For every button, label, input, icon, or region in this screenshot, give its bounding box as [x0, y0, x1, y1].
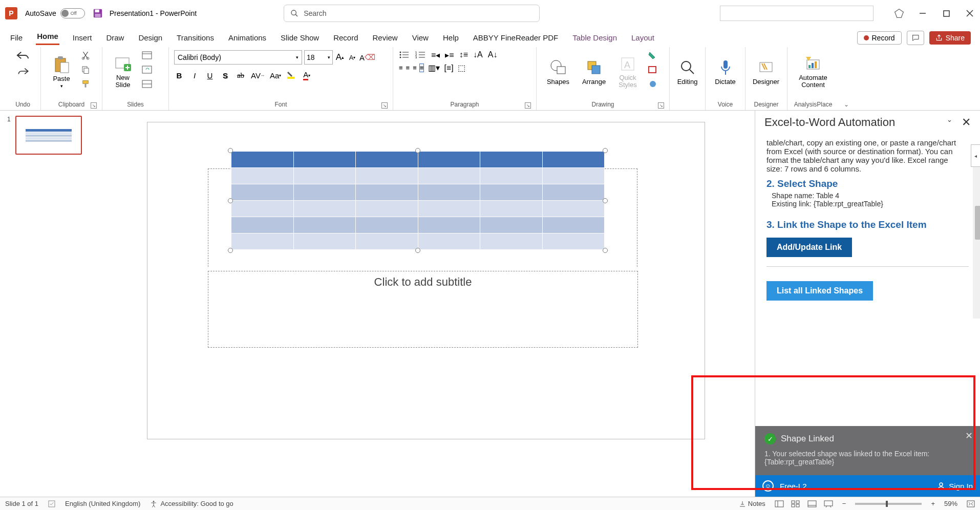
pane-menu-button[interactable]: ⌄ [947, 116, 952, 129]
search-input[interactable]: Search [284, 5, 540, 22]
align-justify-button[interactable]: ≡ [419, 63, 424, 72]
diamond-icon[interactable] [894, 8, 904, 18]
tab-record[interactable]: Record [332, 30, 359, 45]
drawing-dialog-launcher[interactable]: ↘ [658, 102, 664, 109]
smartart-button[interactable]: ⬚ [458, 63, 465, 73]
shape-fill-button[interactable] [647, 50, 658, 60]
layout-button[interactable] [141, 50, 153, 60]
pane-close-button[interactable]: ✕ [962, 116, 971, 129]
pane-scrollbar-track[interactable] [973, 165, 980, 318]
fit-to-window-button[interactable] [967, 500, 975, 507]
slide-canvas[interactable]: Click to add subtitle [147, 122, 705, 439]
designer-button[interactable]: Designer [751, 50, 781, 93]
char-spacing-button[interactable]: AV↔ [251, 70, 265, 81]
tab-transitions[interactable]: Transitions [176, 30, 215, 45]
shapes-button[interactable]: Shapes [542, 50, 574, 93]
paste-button[interactable]: Paste▾ [46, 50, 77, 93]
pane-scrollbar-thumb[interactable] [975, 206, 980, 240]
record-button[interactable]: Record [857, 31, 902, 45]
clipboard-dialog-launcher[interactable]: ↘ [91, 102, 97, 109]
bullets-button[interactable] [398, 50, 410, 60]
format-painter-button[interactable] [80, 79, 91, 89]
font-color-button[interactable]: A▾ [302, 70, 312, 81]
tab-slideshow[interactable]: Slide Show [280, 30, 320, 45]
sign-in-button[interactable]: Sign In [936, 481, 973, 491]
resize-handle[interactable] [228, 248, 233, 253]
add-update-link-button[interactable]: Add/Update Link [766, 238, 852, 257]
align-left-button[interactable]: ≡ [398, 63, 403, 72]
bold-button[interactable]: B [174, 70, 184, 81]
arrange-button[interactable]: Arrange [578, 50, 610, 93]
indent-dec-button[interactable]: ≡◂ [431, 50, 440, 60]
new-slide-button[interactable]: New Slide [108, 50, 138, 93]
resize-handle[interactable] [415, 248, 420, 253]
language-label[interactable]: English (United Kingdom) [65, 500, 140, 507]
increase-font-button[interactable]: A▴ [335, 52, 345, 63]
shape-outline-button[interactable] [647, 65, 658, 75]
tab-design[interactable]: Design [137, 30, 163, 45]
zoom-out-button[interactable]: − [842, 500, 846, 507]
numbering-button[interactable]: 123 [415, 50, 426, 60]
decrease-font-button[interactable]: A▾ [347, 52, 357, 63]
font-size-select[interactable]: 18▾ [304, 50, 333, 65]
account-area[interactable] [720, 6, 874, 21]
resize-handle[interactable] [228, 198, 233, 203]
zoom-slider[interactable] [855, 503, 922, 505]
sort-button[interactable]: A↓ [488, 50, 498, 60]
tab-home[interactable]: Home [36, 29, 59, 45]
indent-inc-button[interactable]: ▸≡ [445, 50, 454, 60]
tab-insert[interactable]: Insert [72, 30, 93, 45]
notes-button[interactable]: Notes [739, 500, 765, 507]
undo-button[interactable] [15, 50, 31, 60]
underline-button[interactable]: U [205, 70, 215, 81]
tab-view[interactable]: View [411, 30, 430, 45]
reading-view-button[interactable] [807, 500, 817, 507]
copy-button[interactable] [80, 65, 91, 75]
change-case-button[interactable]: Aa▾ [270, 70, 281, 81]
tab-table-design[interactable]: Table Design [571, 30, 618, 45]
save-icon[interactable] [92, 8, 103, 19]
feedback-icon[interactable]: ☺ [762, 480, 774, 492]
font-dialog-launcher[interactable]: ↘ [381, 102, 388, 109]
slide-thumbnail[interactable] [15, 116, 82, 155]
italic-button[interactable]: I [189, 70, 200, 81]
tab-animations[interactable]: Animations [227, 30, 267, 45]
section-button[interactable] [141, 79, 153, 89]
collapse-ribbon-button[interactable]: ⌄ [839, 99, 854, 110]
tab-help[interactable]: Help [442, 30, 460, 45]
autosave-toggle[interactable]: Off [60, 8, 85, 18]
maximize-button[interactable] [941, 8, 951, 18]
resize-handle[interactable] [603, 198, 608, 203]
toast-close-button[interactable]: ✕ [965, 430, 973, 441]
table-shape[interactable] [231, 151, 605, 250]
zoom-in-button[interactable]: + [931, 500, 935, 507]
normal-view-button[interactable] [775, 500, 784, 507]
align-right-button[interactable]: ≡ [412, 63, 417, 72]
subtitle-placeholder[interactable]: Click to add subtitle [208, 271, 638, 348]
spellcheck-icon[interactable] [48, 500, 56, 508]
tab-draw[interactable]: Draw [105, 30, 125, 45]
shadow-button[interactable]: S [220, 70, 230, 81]
dictate-button[interactable]: Dictate [711, 50, 740, 93]
line-spacing-button[interactable]: ↕≡ [459, 50, 468, 60]
slideshow-view-button[interactable] [824, 500, 833, 507]
font-name-select[interactable]: Calibri (Body)▾ [174, 50, 302, 65]
tab-abbyy[interactable]: ABBYY FineReader PDF [472, 30, 559, 45]
quick-styles-button[interactable]: AQuick Styles [613, 50, 642, 93]
resize-handle[interactable] [415, 148, 420, 153]
resize-handle[interactable] [603, 248, 608, 253]
list-linked-shapes-button[interactable]: List all Linked Shapes [766, 281, 873, 301]
automate-content-button[interactable]: Automate Content [793, 50, 834, 93]
sorter-view-button[interactable] [791, 500, 800, 507]
redo-button[interactable] [16, 67, 30, 76]
minimize-button[interactable] [918, 8, 928, 18]
comments-button[interactable] [907, 31, 924, 45]
tab-file[interactable]: File [9, 30, 24, 45]
share-button[interactable]: Share [929, 31, 971, 45]
tab-layout[interactable]: Layout [630, 30, 655, 45]
cut-button[interactable] [80, 50, 91, 60]
editing-button[interactable]: Editing [675, 50, 700, 93]
columns-button[interactable]: ▥▾ [428, 63, 440, 73]
slide-counter[interactable]: Slide 1 of 1 [5, 500, 38, 507]
text-direction-button[interactable]: ↓A [473, 50, 483, 60]
